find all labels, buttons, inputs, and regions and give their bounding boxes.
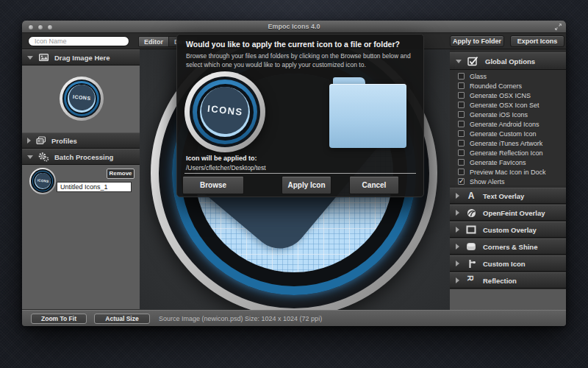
icon-preview-panel[interactable]: ICONS (22, 66, 140, 132)
global-options-panel: Glass Rounded Corners Generate OSX ICNS … (450, 70, 566, 185)
badge-text: ICONS (37, 178, 49, 183)
disclosure-right-icon (456, 227, 459, 233)
checkbox[interactable] (458, 130, 465, 137)
checkbox[interactable] (458, 102, 465, 108)
disclosure-right-icon (456, 277, 459, 283)
section-corners-shine[interactable]: Corners & Shine (450, 238, 566, 255)
gears-icon (38, 152, 49, 162)
disclosure-right-icon (456, 244, 459, 250)
text-overlay-icon: A (465, 191, 477, 200)
tab-editor[interactable]: Editor (138, 36, 169, 47)
batch-item-thumbnail[interactable]: ICONS (29, 168, 56, 194)
titlebar[interactable]: Empoc Icons 4.0 (22, 21, 566, 33)
disclosure-right-icon (456, 193, 459, 199)
section-openfeint-overlay[interactable]: OpenFeint Overlay (450, 205, 566, 221)
cancel-button[interactable]: Cancel (349, 176, 399, 194)
option-generate-osx-icon-set[interactable]: Generate OSX Icon Set (450, 100, 566, 110)
drag-image-label: Drag Image Here (54, 54, 110, 62)
option-generate-ios-icons[interactable]: Generate iOS Icons (450, 110, 566, 119)
window-title: Empoc Icons 4.0 (22, 21, 566, 33)
option-generate-favicons[interactable]: Generate FavIcons (450, 158, 566, 167)
custom-icon-icon (465, 259, 477, 269)
option-show-alerts[interactable]: Show Alerts (450, 177, 566, 186)
option-glass[interactable]: Glass (450, 71, 566, 81)
option-generate-android-icons[interactable]: Generate Android Icons (450, 119, 566, 129)
custom-overlay-icon (465, 225, 477, 234)
batch-item-name-input[interactable] (57, 182, 132, 192)
section-text-overlay[interactable]: A Text Overlay (450, 188, 566, 204)
profiles-label: Profiles (51, 137, 77, 145)
checkbox-pencil-icon (467, 56, 479, 66)
sidebar-filler (450, 289, 566, 310)
remove-button[interactable]: Remove (107, 169, 135, 179)
option-preview-mac-icon-in-dock[interactable]: Preview Mac Icon in Dock (450, 167, 566, 177)
status-bar: Zoom To Fit Actual Size Source Image (ne… (22, 310, 566, 326)
disclosure-right-icon (456, 210, 459, 216)
right-sidebar: Global Options Glass Rounded Corners Gen… (450, 49, 566, 310)
left-sidebar: Drag Image Here ICONS Profiles (22, 49, 140, 310)
disclosure-down-icon (456, 60, 462, 63)
global-options-label: Global Options (485, 57, 535, 66)
icon-name-input[interactable] (28, 36, 129, 46)
checkbox[interactable] (458, 140, 465, 146)
fullscreen-icon[interactable] (554, 23, 562, 31)
disclosure-down-icon (27, 56, 33, 60)
option-generate-reflection-icon[interactable]: Generate Reflection Icon (450, 148, 566, 158)
apply-to-folder-button[interactable]: Apply to Folder (450, 35, 504, 47)
drag-image-header[interactable]: Drag Image Here (22, 49, 140, 66)
desktop: { "window": { "title": "Empoc Icons 4.0"… (0, 0, 588, 368)
window-zoom-button[interactable] (47, 24, 53, 30)
dialog-body-text: Browse through your files and folders by… (186, 52, 418, 70)
overlay-sections: A Text Overlay OpenFeint Overlay (450, 187, 566, 289)
batch-processing-label: Batch Processing (54, 153, 113, 161)
batch-panel: ICONS Remove (22, 165, 140, 309)
checkbox[interactable] (458, 169, 465, 175)
disclosure-down-icon (27, 155, 33, 159)
checkbox[interactable] (458, 92, 465, 99)
badge-text: ICONS (207, 103, 243, 118)
export-icons-button[interactable]: Export Icons (510, 35, 564, 47)
checkbox[interactable] (458, 178, 465, 185)
zoom-to-fit-button[interactable]: Zoom To Fit (31, 314, 87, 324)
badge-text: ICONS (72, 94, 90, 102)
reflection-icon: R (465, 275, 477, 286)
batch-processing-header[interactable]: Batch Processing (22, 149, 140, 165)
section-custom-overlay[interactable]: Custom Overlay (450, 222, 566, 238)
section-reflection[interactable]: R Reflection (450, 272, 566, 289)
disclosure-right-icon (27, 138, 31, 144)
image-icon (38, 53, 49, 62)
source-image-info: Source Image (newicon.psd) Size: 1024 x … (159, 311, 322, 326)
checkbox[interactable] (458, 82, 465, 89)
disclosure-right-icon (456, 261, 459, 266)
browse-button[interactable]: Browse (182, 176, 244, 194)
section-custom-icon[interactable]: Custom Icon (450, 255, 566, 272)
option-generate-itunes-artwork[interactable]: Generate iTunes Artwork (450, 138, 566, 148)
actual-size-button[interactable]: Actual Size (94, 314, 150, 324)
icons-badge-preview: ICONS (60, 77, 104, 121)
apply-icon-dialog: Would you like to apply the current icon… (176, 34, 424, 197)
checkbox[interactable] (458, 121, 465, 127)
checkbox[interactable] (458, 111, 465, 118)
checkbox[interactable] (458, 159, 465, 166)
dialog-title: Would you like to apply the current icon… (186, 40, 416, 49)
apply-icon-button[interactable]: Apply Icon (282, 176, 331, 194)
option-generate-osx-icns[interactable]: Generate OSX ICNS (450, 91, 566, 100)
global-options-header[interactable]: Global Options (450, 52, 566, 70)
window-minimize-button[interactable] (37, 24, 43, 30)
folder-icon (329, 77, 406, 148)
divider (184, 173, 416, 174)
profiles-header[interactable]: Profiles (22, 132, 140, 149)
corners-shine-icon (465, 242, 477, 251)
icons-badge-large: ICONS (184, 71, 265, 152)
target-path: /Users/cfletcher/Desktop/test (186, 164, 266, 171)
option-rounded-corners[interactable]: Rounded Corners (450, 81, 566, 91)
openfeint-icon (465, 208, 477, 218)
checkbox[interactable] (458, 149, 465, 156)
applied-to-label: Icon will be applied to: (186, 155, 257, 162)
profiles-icon (36, 136, 46, 145)
checkbox[interactable] (458, 73, 465, 79)
window-close-button[interactable] (28, 24, 34, 30)
option-generate-custom-icon[interactable]: Generate Custom Icon (450, 129, 566, 138)
